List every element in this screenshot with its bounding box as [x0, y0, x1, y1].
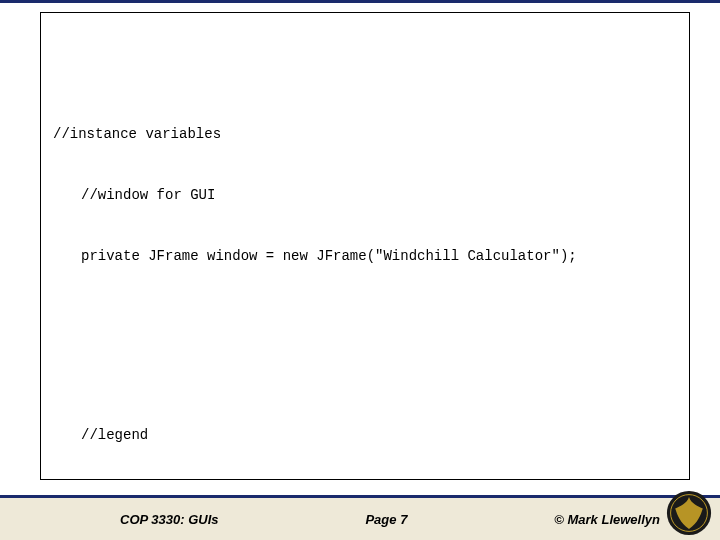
ucf-seal-icon: [666, 490, 712, 536]
footer-page: Page 7: [365, 512, 407, 527]
code-block-legend: //legend private JText.Area legend.Area …: [53, 384, 671, 480]
footer-course: COP 3330: GUIs: [120, 512, 219, 527]
top-border-line: [0, 0, 720, 3]
footer-copyright: © Mark Llewellyn: [554, 512, 660, 527]
code-block-instance: //instance variables //window for GUI pr…: [53, 84, 671, 307]
code-line: //legend: [53, 425, 671, 445]
code-line: //instance variables: [53, 124, 671, 144]
code-box: //instance variables //window for GUI pr…: [40, 12, 690, 480]
code-line: private JFrame window = new JFrame("Wind…: [53, 246, 671, 266]
footer-bar: COP 3330: GUIs Page 7 © Mark Llewellyn: [0, 495, 720, 540]
code-line: //window for GUI: [53, 185, 671, 205]
code-listing: //instance variables //window for GUI pr…: [53, 23, 671, 480]
